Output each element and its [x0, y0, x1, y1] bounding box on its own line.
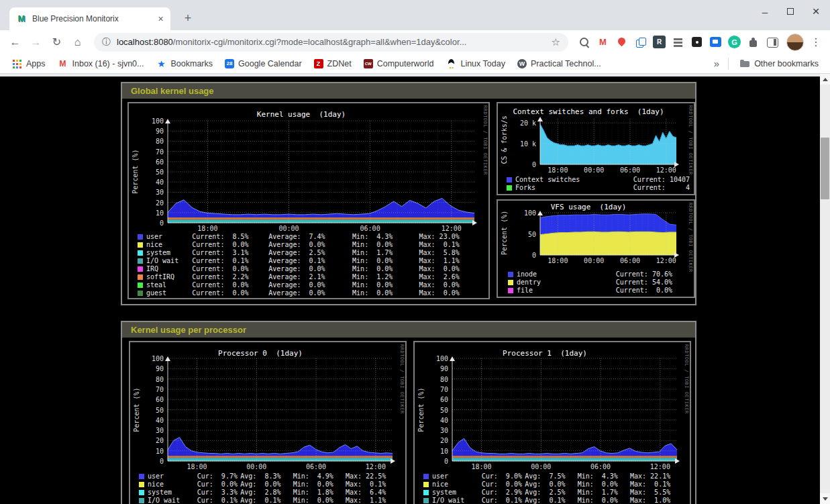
y-axis-ticks: 100500 [515, 213, 537, 255]
legend-stat: Avg: 2.8% [240, 489, 293, 497]
kernel-usage-graph[interactable]: Kernel usage (1day) Percent (%) 10090807… [127, 102, 490, 299]
browser-tab[interactable]: M Blue Precision Monitorix × [9, 7, 170, 30]
legend-stat: Min: 0.0% [352, 257, 419, 265]
password-lock-icon[interactable] [690, 36, 703, 48]
apps-label: Apps [26, 59, 46, 68]
page-info-icon[interactable]: ⓘ [102, 36, 111, 48]
scrollbar-thumb[interactable] [821, 138, 829, 199]
x-tick-label: 18:00 [467, 463, 497, 470]
legend-series-name: I/O wait [148, 497, 197, 504]
graph-ylabel: Percent (%) [501, 213, 508, 255]
minimize-button[interactable]: – [756, 3, 774, 20]
tab-title: Blue Precision Monitorix [32, 14, 155, 23]
reload-button[interactable]: ↻ [47, 32, 66, 52]
menu-kebab-icon[interactable]: ⋮ [810, 36, 822, 48]
legend-stat: Current: 0.0% [192, 265, 268, 273]
close-button[interactable]: × [807, 3, 825, 20]
processor1-graph[interactable]: Processor 1 (1day) Percent (%) 100908070… [413, 341, 691, 504]
rrdtool-watermark: RRDTOOL / TOBI OETIKER [688, 203, 693, 272]
bookmark-bookmarks[interactable]: ★ Bookmarks [152, 56, 218, 71]
bookmark-computerworld[interactable]: CW Computerworld [359, 57, 439, 70]
apps-shortcut[interactable]: Apps [7, 56, 50, 71]
y-tick-label: 10 [156, 448, 164, 455]
screenshot-camera-icon[interactable] [709, 36, 722, 48]
y-tick-label: 70 [156, 148, 164, 156]
legend-series-name: nice [148, 481, 197, 489]
bookmark-zdnet[interactable]: Z ZDNet [309, 57, 356, 70]
y-tick-label: 10 [440, 448, 448, 455]
legend-current-value: Current: 70.6% [616, 270, 672, 279]
processor0-graph[interactable]: Processor 0 (1day) Percent (%) 100908070… [129, 341, 407, 504]
legend-row: fileCurrent: 0.0% [508, 287, 672, 295]
legend-stat: Max: 2.6% [419, 273, 484, 281]
home-button[interactable]: ⌂ [68, 32, 87, 52]
legend-stat: Min: 0.0% [352, 289, 419, 297]
copy-pages-icon[interactable] [634, 36, 647, 48]
monitorix-favicon-icon: M [16, 13, 27, 24]
bookmark-label: Practical Technol... [531, 59, 601, 68]
vfs-usage-graph[interactable]: VFS usage (1day) Percent (%) 100500 18:0… [497, 199, 695, 298]
graph-legend: userCur: 9.0%Avg: 7.5%Min: 4.3%Max: 22.1… [423, 472, 686, 504]
bookmark-inbox[interactable]: M Inbox (16) - sjvn0... [53, 56, 149, 71]
legend-series-name: IRQ [146, 265, 192, 273]
y-tick-label: 100 [524, 209, 536, 217]
gmail-icon: M [58, 58, 68, 69]
r-extension-icon[interactable]: R [653, 36, 666, 48]
new-tab-button[interactable]: + [180, 11, 196, 27]
legend-row: niceCur: 0.0%Avg: 0.0%Min: 0.0%Max: 0.1% [139, 481, 401, 489]
bookmark-label: Computerworld [377, 59, 434, 68]
y-tick-label: 100 [152, 117, 164, 125]
y-tick-label: 0 [160, 219, 164, 227]
bookmark-practical-technology[interactable]: W Practical Technol... [513, 57, 606, 70]
gmail-icon[interactable]: M [596, 36, 609, 48]
address-bar[interactable]: ⓘ localhost:8080/monitorix-cgi/monitorix… [94, 33, 568, 52]
profile-avatar[interactable] [786, 34, 804, 51]
legend-stat: Max: 1.1% [346, 497, 401, 504]
layers-icon[interactable] [672, 36, 684, 48]
x-tick-label: 00:00 [579, 257, 609, 264]
context-switches-graph[interactable]: Context switches and forks (1day) CS & f… [497, 102, 695, 195]
apps-grid-icon [11, 58, 22, 69]
scrollbar-up-button[interactable] [820, 74, 830, 85]
bookmark-linux-today[interactable]: Linux Today [441, 56, 510, 71]
grammarly-icon[interactable]: G [728, 36, 741, 48]
extensions-puzzle-icon[interactable] [747, 36, 760, 48]
legend-stat: Avg: 0.0% [525, 481, 577, 489]
y-tick-label: 60 [156, 158, 164, 166]
section-header: Global kernel usage [122, 83, 695, 99]
scrollbar-down-button[interactable] [820, 493, 830, 504]
bookmark-google-calendar[interactable]: 28 Google Calendar [220, 57, 307, 70]
search-icon[interactable] [578, 36, 590, 48]
calendar-icon: 28 [225, 59, 234, 68]
other-bookmarks-button[interactable]: Other bookmarks [735, 56, 823, 71]
y-tick-label: 50 [156, 168, 164, 176]
bookmarks-overflow-chevron-icon[interactable]: » [711, 58, 722, 69]
y-axis-arrow-icon [537, 114, 543, 121]
legend-series-name: I/O wait [432, 497, 482, 504]
legend-swatch [423, 498, 429, 503]
maximize-button[interactable] [782, 3, 799, 20]
legend-row: dentryCurrent: 54.0% [508, 279, 672, 287]
y-tick-label: 0 [444, 458, 448, 465]
section-title: Kernel usage per processor [122, 325, 246, 335]
tab-close-icon[interactable]: × [155, 13, 166, 25]
legend-row: userCurrent: 8.5%Average: 7.4%Min: 4.3%M… [138, 233, 484, 241]
bookmark-star-icon[interactable]: ☆ [552, 36, 560, 48]
legend-stat: Average: 7.4% [268, 233, 352, 241]
legend-series-name: file [517, 287, 533, 295]
pin-icon[interactable] [615, 36, 628, 48]
legend-series-name: Context switches [515, 176, 580, 184]
penguin-icon [446, 58, 456, 69]
back-button[interactable]: ← [5, 32, 25, 52]
legend-stat: Average: 2.5% [268, 249, 352, 257]
legend-series-name: system [146, 249, 192, 257]
legend-stat: Min: 0.0% [578, 497, 630, 504]
vertical-scrollbar[interactable] [820, 74, 830, 504]
graph-plot-area [540, 119, 676, 164]
side-panel-icon[interactable] [766, 36, 778, 48]
forward-button[interactable]: → [26, 32, 46, 52]
x-tick-label: 18:00 [543, 257, 572, 264]
legend-stat: Min: 0.0% [352, 241, 419, 249]
y-axis-ticks: 1009080706050403020100 [142, 358, 165, 461]
extension-icons-row: M R G ⋮ [575, 34, 825, 51]
